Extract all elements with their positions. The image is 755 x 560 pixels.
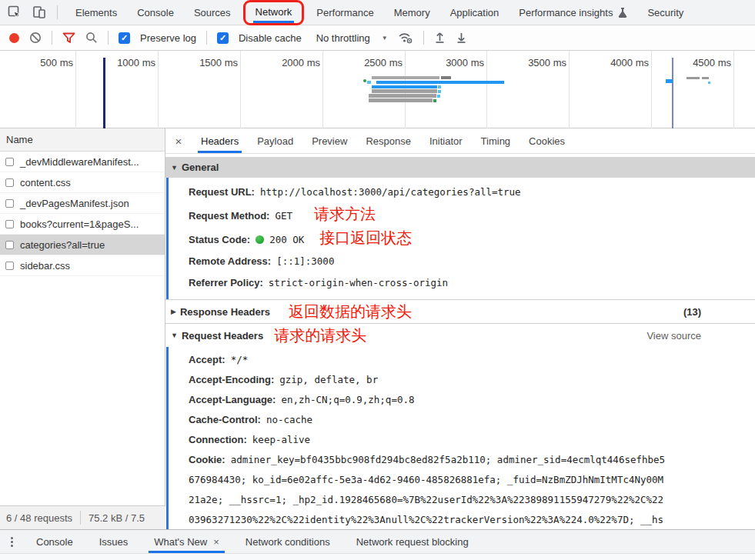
general-section-title: General — [182, 162, 219, 173]
preserve-log-label[interactable]: Preserve log — [140, 32, 196, 44]
network-main-area: Name _devMiddlewareManifest... content.c… — [0, 128, 755, 529]
filter-icon[interactable] — [62, 32, 75, 44]
request-row-selected[interactable]: categories?all=true — [0, 235, 165, 255]
header-name: Referrer Policy: — [189, 277, 263, 288]
more-menu-icon[interactable] — [0, 537, 23, 547]
request-checkbox[interactable] — [5, 220, 14, 228]
triangle-down-icon: ▼ — [171, 164, 178, 172]
tab-headers[interactable]: Headers — [192, 128, 248, 153]
request-checkbox[interactable] — [5, 158, 14, 166]
throttling-select[interactable]: No throttling — [316, 32, 370, 44]
close-icon[interactable]: × — [165, 135, 192, 148]
gridline — [486, 51, 487, 128]
tab-cookies[interactable]: Cookies — [519, 128, 574, 153]
timeline-tick: 3000 ms — [446, 57, 484, 68]
waterfall-bar — [372, 85, 437, 88]
request-checkbox[interactable] — [5, 262, 14, 270]
request-name: sidebar.css — [20, 260, 70, 272]
request-checkbox[interactable] — [5, 241, 14, 249]
disable-cache-checkbox[interactable]: ✓ — [217, 32, 229, 44]
request-detail-panel: × Headers Payload Preview Response Initi… — [165, 128, 755, 529]
header-value: strict-origin-when-cross-origin — [269, 277, 448, 288]
request-name: categories?all=true — [20, 239, 105, 251]
header-name: Request URL: — [189, 186, 255, 198]
request-name: _devPagesManifest.json — [20, 198, 129, 209]
tab-initiator[interactable]: Initiator — [420, 128, 472, 153]
disable-cache-label[interactable]: Disable cache — [239, 32, 302, 44]
headers-body: ▼ General Request URL:http://localhost:3… — [165, 154, 755, 529]
tab-application[interactable]: Application — [440, 0, 509, 25]
network-overview-timeline[interactable]: 500 ms 1000 ms 1500 ms 2000 ms 2500 ms 3… — [0, 51, 755, 128]
header-name: Status Code: — [189, 234, 250, 245]
view-source-link[interactable]: View source — [646, 330, 701, 342]
waterfall-bar — [367, 81, 371, 84]
drawer-tab-issues[interactable]: Issues — [86, 530, 142, 553]
tab-security[interactable]: Security — [637, 0, 693, 25]
tab-performance-insights[interactable]: Performance insights — [509, 0, 637, 25]
request-checkbox[interactable] — [5, 199, 14, 208]
tab-payload[interactable]: Payload — [248, 128, 302, 153]
record-icon[interactable] — [9, 33, 19, 43]
tab-timing[interactable]: Timing — [472, 128, 520, 153]
general-section-header[interactable]: ▼ General — [165, 157, 755, 178]
waterfall-bar — [441, 76, 451, 79]
timeline-tick: 2500 ms — [364, 57, 403, 68]
drawer-tab-whats-new[interactable]: What's New × — [141, 530, 232, 553]
gridline — [240, 51, 241, 128]
divider — [52, 31, 52, 45]
request-row[interactable]: content.css — [0, 172, 165, 193]
header-name: Cache-Control: — [189, 414, 261, 425]
drawer-tab-console[interactable]: Console — [23, 530, 86, 553]
divider — [57, 5, 58, 19]
domcontentloaded-marker — [103, 58, 105, 128]
tab-response[interactable]: Response — [356, 128, 420, 153]
waterfall-bar — [438, 90, 441, 93]
gridline — [75, 51, 76, 128]
header-line: Accept-Encoding:gzip, deflate, br — [189, 370, 755, 390]
tab-preview[interactable]: Preview — [302, 128, 356, 153]
import-har-icon[interactable] — [434, 32, 446, 44]
header-value: */* — [231, 354, 249, 365]
header-name: Accept: — [189, 354, 225, 365]
export-har-icon[interactable] — [456, 32, 467, 44]
tab-console[interactable]: Console — [127, 0, 184, 25]
cookie-value-line: 03963271230%22%2C%22identity%22%3Anull%2… — [189, 510, 755, 529]
timeline-tick: 3500 ms — [528, 57, 566, 68]
request-headers-section-header[interactable]: ▼ Request Headers 请求的请求头 View source — [165, 323, 755, 347]
inspect-element-icon[interactable] — [8, 5, 22, 19]
transfer-size: 75.2 kB / 7.5 — [89, 512, 145, 524]
network-conditions-icon[interactable] — [398, 32, 413, 44]
request-row[interactable]: sidebar.css — [0, 255, 165, 276]
preserve-log-checkbox[interactable]: ✓ — [119, 32, 130, 44]
tab-network[interactable]: Network — [253, 4, 295, 23]
tab-elements[interactable]: Elements — [65, 0, 127, 25]
device-toolbar-icon[interactable] — [32, 5, 46, 19]
header-line: Request URL:http://localhost:3000/api/ca… — [189, 182, 755, 203]
drawer-tabbar: Console Issues What's New × Network cond… — [0, 529, 755, 553]
chevron-down-icon[interactable]: ▼ — [382, 35, 388, 42]
tab-sources[interactable]: Sources — [184, 0, 241, 25]
name-column-header[interactable]: Name — [0, 128, 165, 152]
header-value: no-cache — [266, 414, 312, 425]
request-row[interactable]: _devPagesManifest.json — [0, 193, 165, 214]
annotation-request-method: 请求方法 — [314, 205, 376, 222]
request-row[interactable]: books?current=1&pageS... — [0, 214, 165, 235]
drawer: Console Issues What's New × Network cond… — [0, 529, 755, 560]
close-icon[interactable]: × — [213, 536, 219, 548]
request-row[interactable]: _devMiddlewareManifest... — [0, 152, 165, 172]
response-headers-section-header[interactable]: ▶ Response Headers 返回数据的请求头 (13) — [165, 299, 755, 323]
clear-icon[interactable] — [29, 32, 42, 44]
header-name: Accept-Encoding: — [189, 374, 274, 385]
gridline — [733, 51, 734, 128]
drawer-tab-network-conditions[interactable]: Network conditions — [232, 530, 343, 553]
header-line: Status Code:200 OK接口返回状态 — [189, 227, 755, 251]
tab-memory[interactable]: Memory — [384, 0, 440, 25]
timeline-tick: 4500 ms — [693, 57, 731, 68]
drawer-tab-network-request-blocking[interactable]: Network request blocking — [343, 530, 482, 553]
request-name: content.css — [20, 177, 71, 188]
network-toolbar: ✓ Preserve log ✓ Disable cache No thrott… — [0, 25, 755, 51]
search-icon[interactable] — [85, 32, 98, 44]
tab-performance[interactable]: Performance — [306, 0, 383, 25]
request-checkbox[interactable] — [5, 178, 14, 187]
response-headers-title: Response Headers — [180, 306, 270, 318]
